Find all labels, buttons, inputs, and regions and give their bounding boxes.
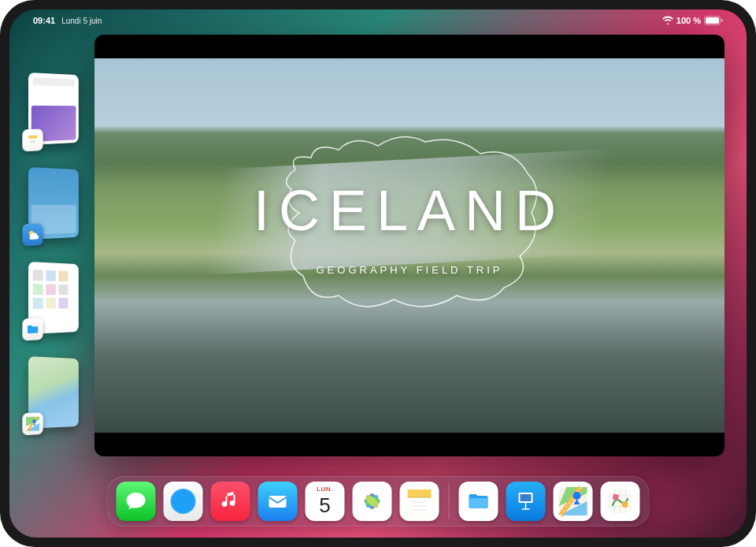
calendar-month: LUN. <box>306 486 345 493</box>
wifi-icon <box>662 16 673 26</box>
files-icon <box>22 318 43 340</box>
svg-point-32 <box>573 492 581 500</box>
ipad-frame: 09:41 Lundi 5 juin 100 % <box>0 0 756 547</box>
svg-point-10 <box>171 489 196 514</box>
slide-title: ICELAND <box>254 178 565 243</box>
stage-item-notes[interactable] <box>28 73 79 145</box>
weather-icon <box>22 223 43 246</box>
maps-app-icon <box>556 484 591 519</box>
slide-subtitle: GEOGRAPHY FIELD TRIP <box>316 264 502 276</box>
dock-messages[interactable] <box>117 482 156 521</box>
stage-item-files[interactable] <box>28 262 79 334</box>
notes-app-icon <box>404 486 435 517</box>
maps-icon <box>22 412 43 435</box>
slide-content: ICELAND GEOGRAPHY FIELD TRIP <box>94 58 724 433</box>
svg-rect-1 <box>706 17 719 24</box>
notes-icon <box>22 128 43 151</box>
svg-rect-28 <box>521 494 532 501</box>
dock-freeform[interactable] <box>601 482 640 521</box>
stage-item-maps[interactable] <box>28 356 79 429</box>
keynote-icon <box>514 489 538 513</box>
status-time: 09:41 <box>33 16 55 25</box>
screen: 09:41 Lundi 5 juin 100 % <box>9 9 747 538</box>
battery-label: 100 % <box>676 16 701 25</box>
svg-rect-4 <box>28 136 37 139</box>
dock-separator <box>449 484 450 519</box>
stage-item-weather[interactable] <box>28 167 79 240</box>
dock-safari[interactable] <box>164 482 203 521</box>
dock-photos[interactable] <box>353 482 392 521</box>
status-bar: 09:41 Lundi 5 juin 100 % <box>9 9 747 28</box>
safari-icon <box>168 486 199 517</box>
svg-rect-12 <box>269 496 287 508</box>
dock-files[interactable] <box>459 482 498 521</box>
dock-maps[interactable] <box>554 482 593 521</box>
music-icon <box>220 490 242 512</box>
svg-rect-22 <box>408 489 432 497</box>
svg-rect-2 <box>721 19 723 22</box>
svg-point-40 <box>622 501 628 508</box>
messages-icon <box>124 489 149 514</box>
files-app-icon <box>465 488 492 515</box>
svg-rect-41 <box>613 494 619 500</box>
dock-music[interactable] <box>211 482 250 521</box>
battery-icon <box>704 16 723 25</box>
keynote-presentation-window[interactable]: ICELAND GEOGRAPHY FIELD TRIP <box>94 35 724 456</box>
freeform-icon <box>605 486 636 517</box>
status-date: Lundi 5 juin <box>61 17 102 25</box>
dock-mail[interactable] <box>258 482 298 521</box>
mail-icon <box>266 489 290 513</box>
stage-manager-strip <box>28 73 90 429</box>
calendar-day: 5 <box>306 493 345 518</box>
dock-notes[interactable] <box>400 482 439 521</box>
dock: LUN. 5 <box>107 476 650 527</box>
photos-icon <box>358 487 387 515</box>
dock-keynote[interactable] <box>506 482 546 521</box>
dock-calendar[interactable]: LUN. 5 <box>306 482 345 521</box>
